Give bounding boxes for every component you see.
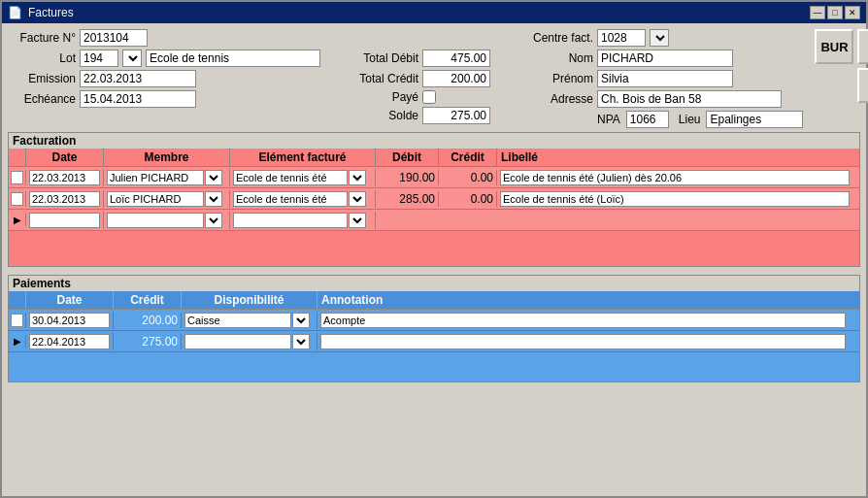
center-form-col: Total Débit Total Crédit Payé Solde [336,29,490,124]
fact-newrow-date [26,212,104,229]
pay-newrow-date [26,333,114,350]
fact-row1-libelle [497,169,859,186]
total-debit-input[interactable] [422,50,490,67]
bur-button[interactable]: BUR [815,29,853,64]
pay-header-date: Date [26,291,114,309]
pay-row1-disp-input[interactable] [184,313,291,328]
fact-row1-date-input[interactable] [29,170,100,185]
pay-header-credit: Crédit [114,291,182,309]
emission-input[interactable] [80,70,196,87]
pay-row1-annot-input[interactable] [320,313,846,328]
centre-dropdown[interactable] [650,29,669,47]
fact-newrow-element-dd[interactable] [349,213,366,228]
paye-label: Payé [336,90,418,104]
solde-label: Solde [336,109,418,122]
fact-newrow-date-input[interactable] [29,213,100,228]
fact-row1-debit: 190.00 [376,170,439,185]
close-button[interactable]: ✕ [845,6,860,19]
maximize-button[interactable]: □ [827,6,843,19]
fact-row2-membre-dd[interactable] [205,191,222,207]
echeance-input[interactable] [80,90,196,108]
fact-newrow-membre-dd[interactable] [205,213,222,228]
lot-input[interactable] [80,50,118,67]
pay-newrow-credit-val: 275.00 [142,335,178,349]
pay-row1-annotation [317,312,859,329]
fact-row2-debit-val: 285.00 [399,192,435,206]
fact-row1-element-input[interactable] [233,170,348,185]
window-title: Factures [28,6,74,19]
fact-row1-membre-dd[interactable] [205,170,222,185]
pay-row1-indicator [9,313,26,328]
minimize-button[interactable]: — [810,6,825,19]
fact-row1-membre-input[interactable] [107,170,204,185]
npa-input[interactable] [626,111,669,128]
centre-input[interactable] [597,29,646,47]
pay-newrow-disp-dd[interactable] [292,334,310,349]
total-debit-row: Total Débit [336,50,490,67]
adresse-input[interactable] [597,90,782,108]
pay-row1-date-input[interactable] [29,313,110,328]
fact-row1-element [230,169,376,186]
titlebar-left: 📄 Factures [8,6,74,19]
pay-newrow-credit: 275.00 [114,334,182,349]
content-area: Facture N° Lot Emission Echéance [2,23,866,496]
pay-newrow-annot-input[interactable] [320,334,846,349]
solde-input[interactable] [422,107,490,124]
fact-row1-arrow[interactable] [11,171,23,184]
fact-row-1: 190.00 0.00 [9,167,859,188]
fact-row2-element-input[interactable] [233,191,348,207]
pay-newrow-annotation [317,333,859,350]
fact-row2-arrow[interactable] [11,192,23,206]
new-row-arrow[interactable]: ▶ [11,215,23,225]
lieu-input[interactable] [706,111,803,128]
pay-row1-arrow[interactable] [11,314,23,327]
fact-row2-element [230,190,376,208]
pay-row1-disponibilite [182,312,317,329]
fact-row2-libelle-input[interactable] [500,191,850,207]
echeance-label: Echéance [8,92,76,106]
facture-input[interactable] [80,29,148,47]
adresse-label: Adresse [516,92,593,106]
fact-newrow-element [230,212,376,229]
fact-row-2: 285.00 0.00 [9,188,859,210]
fact-row1-credit: 0.00 [439,170,497,185]
top-form: Facture N° Lot Emission Echéance [8,29,860,128]
facturation-title: Facturation [9,133,859,149]
lot-dropdown[interactable] [122,50,142,67]
fact-newrow-element-input[interactable] [233,213,348,228]
pay-row1-disp-dd[interactable] [292,313,310,328]
total-credit-label: Total Crédit [336,72,418,85]
pay-newrow-disp-input[interactable] [184,334,291,349]
prenom-input[interactable] [597,70,733,87]
nom-input[interactable] [597,50,733,67]
main-window: 📄 Factures — □ ✕ Facture N° Lot [0,0,868,498]
paye-row: Payé [336,90,490,104]
fact-header-libelle: Libellé [497,149,859,166]
emission-row: Emission [8,70,320,87]
pay-header-empty [9,291,26,309]
delete-button[interactable]: 🗑 [857,68,868,103]
window-icon: 📄 [8,6,22,19]
fact-newrow-membre-input[interactable] [107,213,204,228]
total-credit-input[interactable] [422,70,490,87]
pay-empty-area [9,352,859,382]
pay-newrow-date-input[interactable] [29,334,110,349]
fact-row2-membre-input[interactable] [107,191,204,207]
fact-row1-element-dd[interactable] [349,170,366,185]
solde-row: Solde [336,107,490,124]
fact-row2-date-input[interactable] [29,191,100,207]
fact-row2-element-dd[interactable] [349,191,366,207]
fact-new-row: ▶ [9,210,859,231]
npa-lieu-row: NPA NPA Lieu [516,111,803,128]
paye-checkbox[interactable] [422,90,436,104]
pay-new-row: ▶ 275.00 [9,331,859,352]
titlebar-controls: — □ ✕ [810,6,860,19]
nom-row: Nom [516,50,803,67]
lot-desc-input[interactable] [146,50,320,67]
fact-row1-libelle-input[interactable] [500,170,850,185]
pay-header-annotation: Annotation [317,291,859,309]
print-button[interactable]: 🖨 [857,29,868,64]
pay-new-row-arrow[interactable]: ▶ [11,336,23,347]
total-credit-row: Total Crédit [336,70,490,87]
lot-row: Lot [8,50,320,67]
